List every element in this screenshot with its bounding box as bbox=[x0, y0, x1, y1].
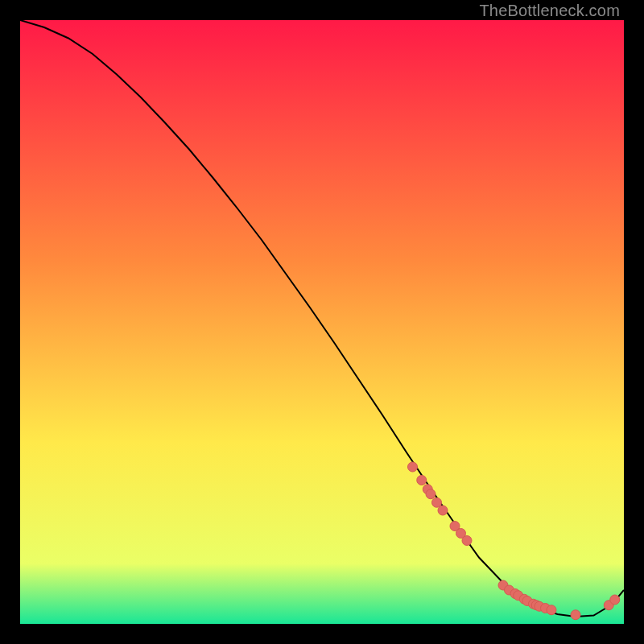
chart-frame bbox=[20, 20, 624, 624]
bottleneck-chart bbox=[20, 20, 624, 624]
gradient-background bbox=[20, 20, 624, 624]
marker-dot bbox=[547, 605, 556, 615]
marker-dot bbox=[438, 506, 448, 515]
marker-dot bbox=[571, 610, 580, 620]
watermark-text: TheBottleneck.com bbox=[479, 2, 620, 20]
marker-dot bbox=[462, 536, 472, 546]
marker-dot bbox=[408, 462, 418, 472]
marker-dot bbox=[426, 489, 436, 499]
marker-dot bbox=[417, 476, 427, 485]
marker-dot bbox=[610, 595, 620, 605]
